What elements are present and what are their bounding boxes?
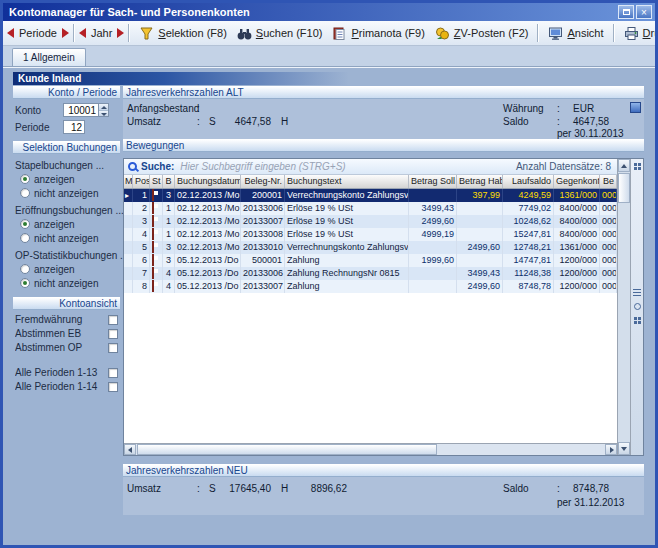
- primanota-button[interactable]: Primanota (F9): [327, 23, 429, 44]
- radio-option[interactable]: nicht anzeigen: [20, 277, 120, 289]
- maximize-button[interactable]: [618, 5, 634, 19]
- periode-next-button[interactable]: [62, 25, 69, 42]
- spinner-down-button[interactable]: [99, 110, 108, 117]
- table-view-button[interactable]: [632, 315, 643, 326]
- column-header-b[interactable]: B: [163, 175, 175, 188]
- radio-option[interactable]: anzeigen: [20, 263, 120, 275]
- vertical-scrollbar: [617, 159, 630, 455]
- periode-prev-button[interactable]: [7, 25, 14, 42]
- jvz-alt-row2: Umsatz : S 4647,58 H Saldo : 4647,58: [123, 116, 644, 128]
- zv-posten-button[interactable]: ZV-Posten (F2): [430, 23, 534, 44]
- table-row[interactable]: 5 3 02.12.2013 /Mo 20133010 Verrechnungs…: [124, 241, 617, 254]
- konto-row: Konto: [15, 103, 118, 117]
- checkbox-row[interactable]: Alle Perioden 1-13: [15, 367, 118, 378]
- radio-group-title: Eröffnungsbuchungen ...: [15, 205, 118, 216]
- checkbox-label: Abstimmen EB: [15, 328, 108, 339]
- column-header-betrag-soll[interactable]: Betrag Soll: [409, 175, 457, 188]
- colon: :: [197, 103, 200, 114]
- scroll-right-button[interactable]: [605, 444, 617, 455]
- cell-laufsaldo: 14747,81: [503, 254, 554, 267]
- table-row[interactable]: 3 1 02.12.2013 /Mo 20133007 Erlöse 19 % …: [124, 215, 617, 228]
- cell-laufsaldo: 10248,62: [503, 215, 554, 228]
- cell-buchungsdatum: 02.12.2013 /Mo: [175, 241, 241, 254]
- checkbox-label: Alle Perioden 1-14: [15, 381, 108, 392]
- scroll-left-button[interactable]: [124, 444, 136, 455]
- primanota-icon: [152, 189, 154, 201]
- column-header-m[interactable]: M: [124, 175, 133, 188]
- cell-buchungstext: Zahlung: [285, 254, 409, 267]
- table-row[interactable]: 6 3 05.12.2013 /Do 500001 Zahlung 1999,6…: [124, 254, 617, 267]
- cell-beleg-nr: 500001: [241, 254, 285, 267]
- table-row[interactable]: 8 4 05.12.2013 /Do 20133007 Zahlung 2499…: [124, 280, 617, 293]
- account-header: Kunde Inland: [13, 72, 349, 85]
- lens-button[interactable]: [632, 301, 643, 312]
- cell-buchungstext: Erlöse 19 % USt: [285, 228, 409, 241]
- table-row[interactable]: ▸ 1 3 02.12.2013 /Mo 200001 Verrechnungs…: [124, 189, 617, 202]
- maximize-icon: [623, 9, 630, 15]
- radio-option-label: nicht anzeigen: [34, 188, 99, 199]
- radio-option-label: nicht anzeigen: [34, 278, 99, 289]
- radio-option[interactable]: nicht anzeigen: [20, 232, 120, 244]
- checkbox-row[interactable]: Fremdwährung: [15, 314, 118, 325]
- checkbox-label: Fremdwährung: [15, 314, 108, 325]
- vertical-scroll-thumb[interactable]: [618, 173, 630, 203]
- ansicht-button[interactable]: Ansicht: [543, 23, 608, 44]
- checkbox-row[interactable]: Abstimmen OP: [15, 342, 118, 353]
- search-input[interactable]: [178, 160, 512, 173]
- suchen-button[interactable]: Suchen (F10): [232, 23, 328, 44]
- table-row[interactable]: 7 4 05.12.2013 /Do 20133006 Zahlung Rech…: [124, 267, 617, 280]
- column-header-betrag-haben[interactable]: Betrag Haben: [457, 175, 503, 188]
- horizontal-scroll-thumb[interactable]: [137, 444, 437, 455]
- radio-option[interactable]: anzeigen: [20, 218, 120, 230]
- periode-input[interactable]: [64, 121, 84, 133]
- checkbox-label: Alle Perioden 1-13: [15, 367, 108, 378]
- radio-group-title: OP-Statistikbuchungen ...: [15, 250, 118, 261]
- checkbox-label: Abstimmen OP: [15, 342, 108, 353]
- jahr-prev-button[interactable]: [79, 25, 86, 42]
- jahr-next-button[interactable]: [117, 25, 124, 42]
- cell-b: 4: [163, 267, 175, 280]
- column-header-pos[interactable]: Pos▲: [133, 175, 150, 188]
- section-header-bewegungen: Bewegungen: [123, 139, 644, 152]
- column-header-be[interactable]: Be: [600, 175, 617, 188]
- checkbox-row[interactable]: Alle Perioden 1-14: [15, 381, 118, 392]
- konto-input[interactable]: [64, 104, 98, 116]
- umsatz-haben-value: 8896,62: [291, 483, 347, 494]
- scroll-up-button[interactable]: [618, 159, 630, 172]
- scroll-track: [618, 204, 630, 442]
- cell-b: 3: [163, 254, 175, 267]
- list-view-button[interactable]: [632, 287, 643, 298]
- konto-periode-body: Konto Periode: [13, 99, 120, 141]
- column-header-buchungsdatum[interactable]: Buchungsdatum: [175, 175, 241, 188]
- column-options-button[interactable]: [632, 161, 643, 172]
- column-header-buchungstext[interactable]: Buchungstext: [285, 175, 409, 188]
- radio-option[interactable]: anzeigen: [20, 173, 120, 185]
- left-panel: Konto / Periode Konto Periode: [13, 86, 120, 395]
- table-row[interactable]: 2 1 02.12.2013 /Mo 20133006 Erlöse 19 % …: [124, 202, 617, 215]
- jvz-detail-button[interactable]: [630, 102, 641, 113]
- column-header-gegenkonto[interactable]: Gegenkonto: [554, 175, 600, 188]
- selektion-button[interactable]: Selektion (F8): [134, 23, 231, 44]
- search-label: Suche:: [141, 161, 174, 172]
- cell-gegenkonto: 8400/000: [554, 215, 600, 228]
- checkbox-row[interactable]: Abstimmen EB: [15, 328, 118, 339]
- column-header-st[interactable]: St: [150, 175, 163, 188]
- tab-allgemein[interactable]: 1 Allgemein: [12, 48, 86, 66]
- jahr-label-button: Jahr: [86, 23, 117, 44]
- cell-betrag-haben: 3499,43: [457, 267, 503, 280]
- drucken-button[interactable]: Drucken: [619, 23, 658, 44]
- scroll-down-button[interactable]: [618, 442, 630, 455]
- radio-option[interactable]: nicht anzeigen: [20, 187, 120, 199]
- radio-option-label: anzeigen: [34, 219, 75, 230]
- cell-be: 000: [600, 228, 617, 241]
- column-header-laufsaldo[interactable]: Laufsaldo: [503, 175, 554, 188]
- umsatz-soll-value: 17645,40: [217, 483, 271, 494]
- table-row[interactable]: 4 1 02.12.2013 /Mo 20133008 Erlöse 19 % …: [124, 228, 617, 241]
- cell-status: [150, 202, 163, 215]
- cell-buchungsdatum: 05.12.2013 /Do: [175, 254, 241, 267]
- radio-option-label: nicht anzeigen: [34, 233, 99, 244]
- radio-group: OP-Statistikbuchungen ... anzeigen nicht…: [13, 250, 120, 289]
- close-button[interactable]: ×: [636, 5, 652, 19]
- column-header-beleg-nr[interactable]: Beleg-Nr.: [241, 175, 285, 188]
- zv-coins-icon: [435, 26, 450, 41]
